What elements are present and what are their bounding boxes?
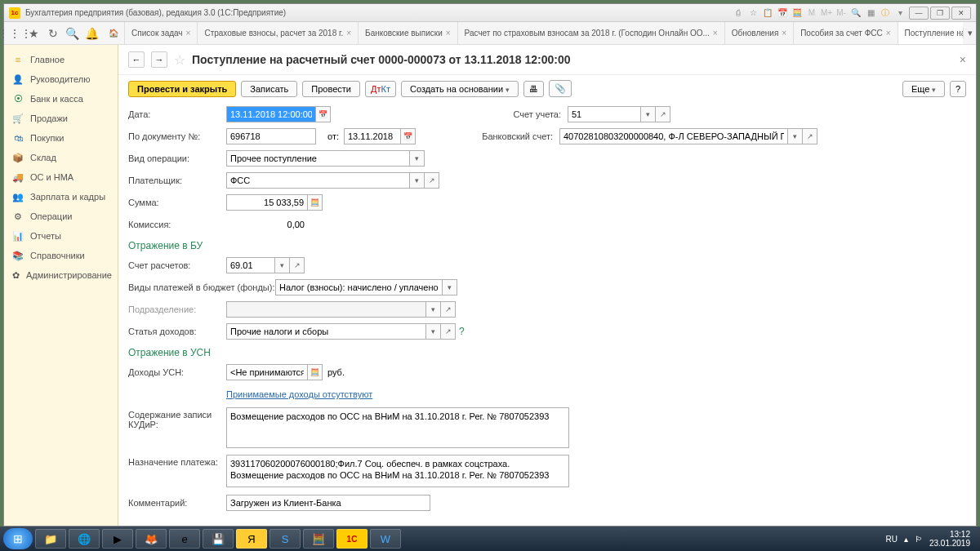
usn-link[interactable]: Принимаемые доходы отсутствуют (226, 389, 372, 399)
sidebar-item-sales[interactable]: 🛒Продажи (4, 109, 118, 128)
sidebar-item-warehouse[interactable]: 📦Склад (4, 148, 118, 167)
sidebar-item-operations[interactable]: ⚙Операции (4, 207, 118, 226)
tab-close-icon[interactable]: × (186, 29, 191, 38)
calculator-icon[interactable]: 🧮 (308, 364, 323, 380)
tab-active[interactable]: Поступление на расчетный счет 0000-00007… (898, 22, 963, 44)
tab-close-icon[interactable]: × (886, 29, 891, 38)
titlebar-icon[interactable]: ⎙ (732, 7, 745, 19)
tab[interactable]: Пособия за счет ФСС× (794, 22, 898, 44)
task-chrome[interactable]: 🌐 (69, 529, 100, 549)
operation-type-input[interactable] (226, 150, 410, 167)
search-icon[interactable]: 🔍 (65, 26, 80, 41)
print-button[interactable]: 🖶 (523, 81, 544, 97)
task-save[interactable]: 💾 (203, 529, 234, 549)
dropdown-icon[interactable]: ▾ (443, 279, 457, 295)
dropdown-icon[interactable]: ▾ (410, 150, 425, 167)
bank-account-input[interactable] (559, 128, 788, 144)
apps-icon[interactable]: ⋮⋮⋮ (7, 26, 22, 41)
dropdown-icon[interactable]: ▾ (788, 128, 803, 144)
date-input[interactable] (226, 106, 316, 122)
maximize-button[interactable]: ❐ (930, 7, 950, 20)
purpose-textarea[interactable]: 393117060200076000180;Фил.7 Соц. обеспеч… (226, 455, 569, 487)
start-button[interactable] (3, 528, 33, 549)
titlebar-icon[interactable]: 🧮 (791, 7, 804, 19)
post-button[interactable]: Провести (302, 81, 360, 97)
sum-input[interactable] (226, 194, 308, 211)
nav-forward-button[interactable]: → (151, 51, 167, 68)
tab-close-icon[interactable]: × (713, 29, 718, 38)
post-and-close-button[interactable]: Провести и закрыть (128, 81, 236, 97)
sidebar-item-purchases[interactable]: 🛍Покупки (4, 128, 118, 148)
write-button[interactable]: Записать (241, 81, 297, 97)
dt-kt-button[interactable]: ДтКт (365, 81, 396, 97)
dropdown-icon[interactable]: ▾ (641, 106, 656, 122)
settlement-account-input[interactable] (226, 257, 275, 273)
payer-input[interactable] (226, 172, 410, 189)
help-button[interactable]: ? (950, 81, 966, 97)
sidebar-item-reports[interactable]: 📊Отчеты (4, 226, 118, 246)
titlebar-icon[interactable]: 🔍 (849, 7, 862, 19)
dropdown-icon[interactable]: ▾ (426, 301, 441, 318)
sidebar-item-admin[interactable]: ✿Администрирование (4, 265, 118, 285)
sidebar-item-hr[interactable]: 👥Зарплата и кадры (4, 187, 118, 207)
open-icon[interactable]: ↗ (425, 172, 439, 189)
from-date-input[interactable] (344, 128, 401, 144)
open-icon[interactable]: ↗ (441, 301, 456, 318)
tab[interactable]: Страховые взносы, расчет за 2018 г.× (198, 22, 359, 44)
tab[interactable]: Банковские выписки× (359, 22, 458, 44)
bell-icon[interactable]: 🔔 (85, 26, 100, 41)
star-icon[interactable]: ★ (27, 26, 42, 41)
kudir-textarea[interactable]: Возмещение расходов по ОСС на ВНиМ на 31… (226, 407, 569, 448)
tray-flag-icon[interactable]: 🏳 (915, 535, 923, 544)
task-explorer[interactable]: 📁 (35, 529, 66, 549)
payment-type-input[interactable] (275, 279, 443, 295)
account-input[interactable] (568, 106, 641, 122)
sidebar-item-directories[interactable]: 📚Справочники (4, 246, 118, 265)
task-word[interactable]: W (370, 529, 401, 549)
comment-input[interactable] (226, 495, 430, 511)
task-ie[interactable]: e (169, 529, 200, 549)
titlebar-icon[interactable]: 📋 (761, 7, 774, 19)
calculator-icon[interactable]: 🧮 (308, 194, 323, 211)
task-1c[interactable]: 1C (336, 529, 368, 549)
more-button[interactable]: Еще (902, 81, 945, 97)
info-icon[interactable]: ⓘ (879, 7, 892, 19)
task-yandex[interactable]: Я (236, 529, 267, 549)
task-skype[interactable]: S (270, 529, 301, 549)
open-icon[interactable]: ↗ (290, 257, 305, 273)
calendar-icon[interactable]: 📅 (316, 106, 331, 122)
titlebar-icon[interactable]: M+ (820, 7, 833, 19)
titlebar-icon[interactable]: ☆ (746, 7, 760, 19)
tabs-dropdown[interactable]: ▾ (963, 28, 976, 38)
sidebar-item-assets[interactable]: 🚚ОС и НМА (4, 167, 118, 187)
usn-income-input[interactable] (226, 364, 308, 380)
tab[interactable]: Расчет по страховым взносам за 2018 г. (… (458, 22, 725, 44)
tab-close-icon[interactable]: × (782, 29, 786, 38)
attach-button[interactable]: 📎 (549, 80, 572, 97)
tab[interactable]: Список задач× (125, 22, 198, 44)
open-icon[interactable]: ↗ (656, 106, 670, 122)
open-icon[interactable]: ↗ (441, 323, 456, 340)
tab-close-icon[interactable]: × (346, 29, 351, 38)
create-based-on-button[interactable]: Создать на основании (401, 81, 519, 97)
task-media[interactable]: ▶ (102, 529, 133, 549)
tray-clock[interactable]: 13:12 23.01.2019 (929, 530, 970, 548)
task-firefox[interactable]: 🦊 (136, 529, 167, 549)
home-tab[interactable]: 🏠 (102, 22, 125, 44)
sidebar-item-manager[interactable]: 👤Руководителю (4, 69, 118, 89)
titlebar-icon[interactable]: 📅 (776, 7, 789, 19)
help-icon[interactable]: ? (459, 326, 465, 337)
dropdown-icon[interactable]: ▾ (410, 172, 425, 189)
titlebar-icon[interactable]: ▾ (893, 7, 906, 19)
sidebar-item-bank[interactable]: ⦿Банк и касса (4, 89, 118, 109)
docnum-input[interactable] (226, 128, 316, 144)
tray-arrow-icon[interactable]: ▴ (904, 535, 908, 544)
history-icon[interactable]: ↻ (47, 26, 61, 41)
close-button[interactable]: ✕ (951, 7, 971, 20)
dropdown-icon[interactable]: ▾ (275, 257, 290, 273)
titlebar-icon[interactable]: M- (835, 7, 848, 19)
document-close-icon[interactable]: × (960, 53, 966, 66)
tab-close-icon[interactable]: × (446, 29, 451, 38)
dropdown-icon[interactable]: ▾ (426, 323, 441, 340)
open-icon[interactable]: ↗ (803, 128, 817, 144)
